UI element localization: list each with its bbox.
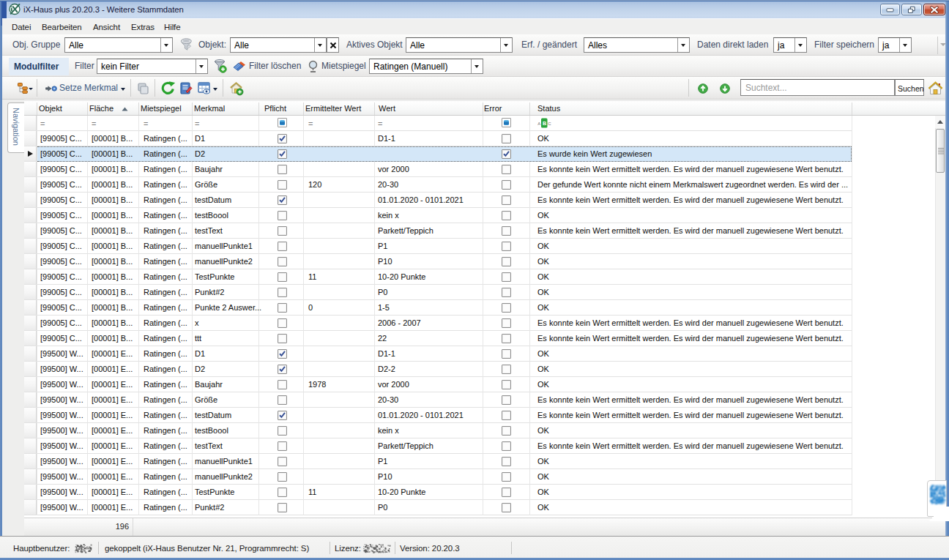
- svg-text:A: A: [537, 122, 540, 126]
- svg-text:C: C: [548, 122, 551, 126]
- svg-text:B: B: [543, 120, 546, 127]
